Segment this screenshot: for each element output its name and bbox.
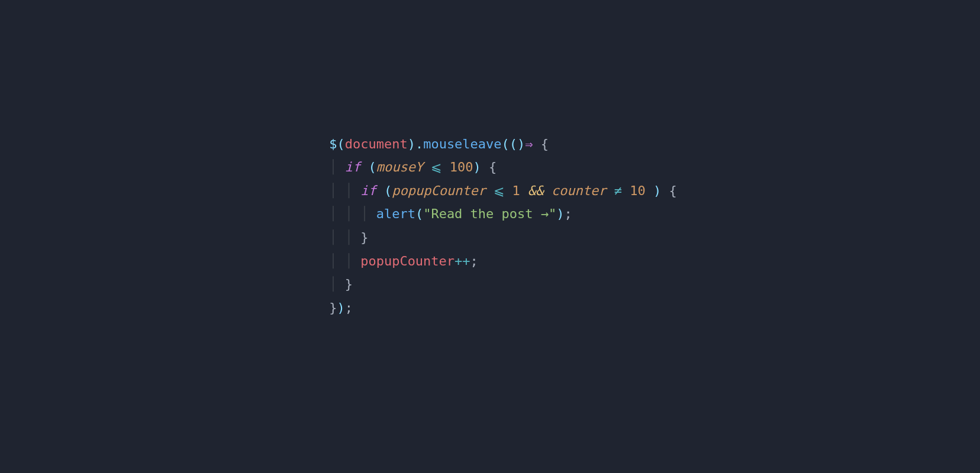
keyword-if: if [360,183,376,198]
paren-close: ) [517,137,525,151]
number-literal: 1 [512,183,520,198]
function-alert: alert [376,206,415,221]
identifier-counter: counter [552,183,607,198]
paren-open: ( [337,137,344,151]
curly-close: } [360,230,368,245]
semicolon: ; [470,254,478,268]
keyword-if: if [345,160,361,174]
paren-open: ( [502,137,510,151]
code-line-5: │ │ } [329,230,368,245]
code-line-7: │ } [329,277,353,291]
operator-lte: ⩽ [494,183,504,198]
semicolon: ; [345,300,353,315]
identifier-popupCounter: popupCounter [392,183,486,198]
operator-lte: ⩽ [431,160,441,174]
indent-guide: │ │ [329,230,360,245]
paren-close: ) [408,137,415,151]
paren-close: ) [473,160,481,174]
curly-close: } [329,300,337,315]
paren-open: ( [368,160,376,174]
code-line-3: │ │ if (popupCounter ⩽ 1 && counter ≠ 10… [329,183,677,198]
number-literal: 100 [450,160,473,174]
indent-guide: │ │ [329,254,360,268]
indent-guide: │ [329,160,345,174]
indent-guide: │ [329,277,345,291]
paren-close: ) [556,206,564,221]
paren-close: ) [337,300,344,315]
code-line-1: $(document).mouseleave(()⇒ { [329,137,549,151]
semicolon: ; [565,206,572,221]
code-snippet: $(document).mouseleave(()⇒ { │ if (mouse… [329,132,677,320]
curly-open: { [489,160,497,174]
paren-close: ) [653,183,661,198]
code-line-6: │ │ popupCounter++; [329,254,478,268]
string-literal: "Read the post →" [423,206,556,221]
indent-guide: │ │ [329,183,360,198]
operator-increment: ++ [454,254,470,268]
operator-and: && [528,183,544,198]
number-literal: 10 [630,183,646,198]
code-line-8: }); [329,300,353,315]
identifier-mouseY: mouseY [376,160,423,174]
method-mouseleave: mouseleave [423,137,501,151]
paren-open: ( [415,206,423,221]
identifier-document: document [345,137,408,151]
code-line-4: │ │ │ alert("Read the post →"); [329,206,572,221]
dot: . [415,137,423,151]
paren-open: ( [510,137,517,151]
identifier-popupCounter: popupCounter [360,254,454,268]
code-line-2: │ if (mouseY ⩽ 100) { [329,160,497,174]
curly-close: } [345,277,353,291]
curly-open: { [541,137,549,151]
indent-guide: │ │ │ [329,206,376,221]
dollar-sign: $ [329,137,337,151]
arrow-token: ⇒ [525,137,533,151]
operator-neq: ≠ [614,183,622,198]
paren-open: ( [384,183,392,198]
curly-open: { [669,183,677,198]
